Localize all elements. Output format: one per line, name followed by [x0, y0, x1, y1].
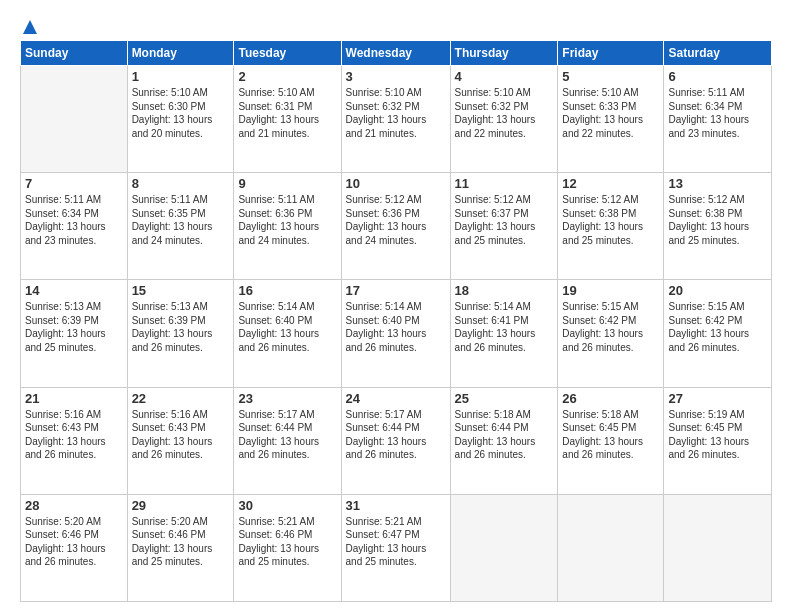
day-info: Sunrise: 5:11 AM Sunset: 6:35 PM Dayligh…: [132, 193, 230, 247]
day-info: Sunrise: 5:17 AM Sunset: 6:44 PM Dayligh…: [238, 408, 336, 462]
calendar-cell: [664, 494, 772, 601]
calendar-cell: 12Sunrise: 5:12 AM Sunset: 6:38 PM Dayli…: [558, 173, 664, 280]
day-number: 22: [132, 391, 230, 406]
day-info: Sunrise: 5:16 AM Sunset: 6:43 PM Dayligh…: [25, 408, 123, 462]
day-number: 4: [455, 69, 554, 84]
day-number: 7: [25, 176, 123, 191]
day-info: Sunrise: 5:15 AM Sunset: 6:42 PM Dayligh…: [562, 300, 659, 354]
calendar-cell: 20Sunrise: 5:15 AM Sunset: 6:42 PM Dayli…: [664, 280, 772, 387]
calendar-cell: 21Sunrise: 5:16 AM Sunset: 6:43 PM Dayli…: [21, 387, 128, 494]
day-info: Sunrise: 5:12 AM Sunset: 6:36 PM Dayligh…: [346, 193, 446, 247]
day-info: Sunrise: 5:20 AM Sunset: 6:46 PM Dayligh…: [25, 515, 123, 569]
day-number: 21: [25, 391, 123, 406]
calendar-cell: [21, 66, 128, 173]
day-number: 15: [132, 283, 230, 298]
day-number: 25: [455, 391, 554, 406]
day-number: 3: [346, 69, 446, 84]
day-number: 30: [238, 498, 336, 513]
calendar-cell: 1Sunrise: 5:10 AM Sunset: 6:30 PM Daylig…: [127, 66, 234, 173]
day-number: 8: [132, 176, 230, 191]
calendar-week-row: 1Sunrise: 5:10 AM Sunset: 6:30 PM Daylig…: [21, 66, 772, 173]
day-number: 5: [562, 69, 659, 84]
day-number: 18: [455, 283, 554, 298]
calendar-cell: 2Sunrise: 5:10 AM Sunset: 6:31 PM Daylig…: [234, 66, 341, 173]
calendar-cell: [558, 494, 664, 601]
day-info: Sunrise: 5:10 AM Sunset: 6:31 PM Dayligh…: [238, 86, 336, 140]
day-number: 12: [562, 176, 659, 191]
day-info: Sunrise: 5:14 AM Sunset: 6:40 PM Dayligh…: [238, 300, 336, 354]
calendar-cell: 22Sunrise: 5:16 AM Sunset: 6:43 PM Dayli…: [127, 387, 234, 494]
day-info: Sunrise: 5:14 AM Sunset: 6:40 PM Dayligh…: [346, 300, 446, 354]
calendar-cell: 24Sunrise: 5:17 AM Sunset: 6:44 PM Dayli…: [341, 387, 450, 494]
calendar-week-row: 28Sunrise: 5:20 AM Sunset: 6:46 PM Dayli…: [21, 494, 772, 601]
days-of-week-row: SundayMondayTuesdayWednesdayThursdayFrid…: [21, 41, 772, 66]
calendar-cell: 19Sunrise: 5:15 AM Sunset: 6:42 PM Dayli…: [558, 280, 664, 387]
day-number: 24: [346, 391, 446, 406]
day-number: 28: [25, 498, 123, 513]
calendar-cell: 13Sunrise: 5:12 AM Sunset: 6:38 PM Dayli…: [664, 173, 772, 280]
day-number: 1: [132, 69, 230, 84]
day-info: Sunrise: 5:21 AM Sunset: 6:46 PM Dayligh…: [238, 515, 336, 569]
calendar-cell: 16Sunrise: 5:14 AM Sunset: 6:40 PM Dayli…: [234, 280, 341, 387]
logo-icon: [21, 18, 39, 36]
day-info: Sunrise: 5:10 AM Sunset: 6:32 PM Dayligh…: [346, 86, 446, 140]
calendar-week-row: 7Sunrise: 5:11 AM Sunset: 6:34 PM Daylig…: [21, 173, 772, 280]
day-info: Sunrise: 5:18 AM Sunset: 6:44 PM Dayligh…: [455, 408, 554, 462]
day-info: Sunrise: 5:11 AM Sunset: 6:36 PM Dayligh…: [238, 193, 336, 247]
day-number: 23: [238, 391, 336, 406]
day-number: 27: [668, 391, 767, 406]
weekday-header: Wednesday: [341, 41, 450, 66]
svg-marker-0: [23, 20, 37, 34]
day-info: Sunrise: 5:10 AM Sunset: 6:32 PM Dayligh…: [455, 86, 554, 140]
day-number: 26: [562, 391, 659, 406]
day-info: Sunrise: 5:16 AM Sunset: 6:43 PM Dayligh…: [132, 408, 230, 462]
day-info: Sunrise: 5:11 AM Sunset: 6:34 PM Dayligh…: [668, 86, 767, 140]
day-number: 31: [346, 498, 446, 513]
day-info: Sunrise: 5:12 AM Sunset: 6:38 PM Dayligh…: [562, 193, 659, 247]
calendar-cell: 29Sunrise: 5:20 AM Sunset: 6:46 PM Dayli…: [127, 494, 234, 601]
weekday-header: Tuesday: [234, 41, 341, 66]
calendar-cell: 17Sunrise: 5:14 AM Sunset: 6:40 PM Dayli…: [341, 280, 450, 387]
day-info: Sunrise: 5:12 AM Sunset: 6:37 PM Dayligh…: [455, 193, 554, 247]
calendar-cell: 18Sunrise: 5:14 AM Sunset: 6:41 PM Dayli…: [450, 280, 558, 387]
calendar-cell: 28Sunrise: 5:20 AM Sunset: 6:46 PM Dayli…: [21, 494, 128, 601]
day-number: 10: [346, 176, 446, 191]
day-info: Sunrise: 5:14 AM Sunset: 6:41 PM Dayligh…: [455, 300, 554, 354]
calendar-cell: 7Sunrise: 5:11 AM Sunset: 6:34 PM Daylig…: [21, 173, 128, 280]
calendar-cell: 30Sunrise: 5:21 AM Sunset: 6:46 PM Dayli…: [234, 494, 341, 601]
calendar-cell: [450, 494, 558, 601]
day-number: 2: [238, 69, 336, 84]
day-info: Sunrise: 5:15 AM Sunset: 6:42 PM Dayligh…: [668, 300, 767, 354]
calendar-cell: 4Sunrise: 5:10 AM Sunset: 6:32 PM Daylig…: [450, 66, 558, 173]
calendar-cell: 23Sunrise: 5:17 AM Sunset: 6:44 PM Dayli…: [234, 387, 341, 494]
calendar-cell: 26Sunrise: 5:18 AM Sunset: 6:45 PM Dayli…: [558, 387, 664, 494]
day-number: 14: [25, 283, 123, 298]
day-number: 16: [238, 283, 336, 298]
day-info: Sunrise: 5:12 AM Sunset: 6:38 PM Dayligh…: [668, 193, 767, 247]
day-number: 6: [668, 69, 767, 84]
calendar-cell: 31Sunrise: 5:21 AM Sunset: 6:47 PM Dayli…: [341, 494, 450, 601]
day-number: 19: [562, 283, 659, 298]
day-info: Sunrise: 5:17 AM Sunset: 6:44 PM Dayligh…: [346, 408, 446, 462]
day-number: 29: [132, 498, 230, 513]
calendar-cell: 3Sunrise: 5:10 AM Sunset: 6:32 PM Daylig…: [341, 66, 450, 173]
calendar-week-row: 21Sunrise: 5:16 AM Sunset: 6:43 PM Dayli…: [21, 387, 772, 494]
calendar-cell: 15Sunrise: 5:13 AM Sunset: 6:39 PM Dayli…: [127, 280, 234, 387]
logo: [20, 18, 40, 32]
day-info: Sunrise: 5:21 AM Sunset: 6:47 PM Dayligh…: [346, 515, 446, 569]
day-info: Sunrise: 5:10 AM Sunset: 6:33 PM Dayligh…: [562, 86, 659, 140]
calendar-table: SundayMondayTuesdayWednesdayThursdayFrid…: [20, 40, 772, 602]
calendar-cell: 8Sunrise: 5:11 AM Sunset: 6:35 PM Daylig…: [127, 173, 234, 280]
calendar-cell: 6Sunrise: 5:11 AM Sunset: 6:34 PM Daylig…: [664, 66, 772, 173]
day-number: 20: [668, 283, 767, 298]
calendar-cell: 10Sunrise: 5:12 AM Sunset: 6:36 PM Dayli…: [341, 173, 450, 280]
day-info: Sunrise: 5:13 AM Sunset: 6:39 PM Dayligh…: [132, 300, 230, 354]
day-info: Sunrise: 5:11 AM Sunset: 6:34 PM Dayligh…: [25, 193, 123, 247]
day-number: 9: [238, 176, 336, 191]
day-info: Sunrise: 5:20 AM Sunset: 6:46 PM Dayligh…: [132, 515, 230, 569]
day-info: Sunrise: 5:10 AM Sunset: 6:30 PM Dayligh…: [132, 86, 230, 140]
weekday-header: Thursday: [450, 41, 558, 66]
weekday-header: Friday: [558, 41, 664, 66]
weekday-header: Sunday: [21, 41, 128, 66]
day-number: 17: [346, 283, 446, 298]
